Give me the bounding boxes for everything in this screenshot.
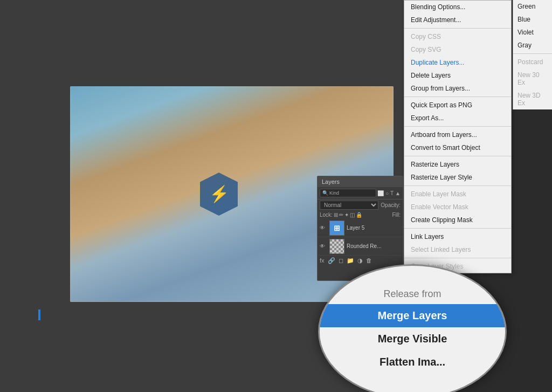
layers-icon-4: ▲ bbox=[395, 190, 401, 196]
filter-kind-label: Kind bbox=[329, 190, 339, 196]
blue-accent-bar bbox=[38, 310, 40, 320]
layers-blend-row: Normal Opacity: bbox=[318, 200, 403, 211]
layer-name-1: Layer 5 bbox=[347, 225, 364, 231]
right-panel-new3d-2[interactable]: New 3D Ex bbox=[513, 89, 552, 109]
layer-item-layer5[interactable]: 👁 ⊞ Layer 5 bbox=[318, 219, 403, 237]
right-panel-separator bbox=[513, 53, 552, 54]
blend-mode-select[interactable]: Normal bbox=[320, 201, 378, 210]
layer-item-rounded[interactable]: 👁 Rounded Re... bbox=[318, 237, 403, 256]
ctx-duplicate-layers[interactable]: Duplicate Layers... bbox=[404, 56, 511, 69]
layers-toolbar: 🔍 Kind ⬜ ○ T ▲ bbox=[318, 187, 403, 200]
context-menu: Blending Options... Edit Adjustment... C… bbox=[404, 0, 512, 273]
hex-logo: ⚡ bbox=[197, 170, 240, 218]
layers-panel-header: Layers bbox=[318, 176, 403, 187]
folder-icon: 📁 bbox=[347, 257, 354, 264]
ctx-copy-svg: Copy SVG bbox=[404, 43, 511, 56]
link-icon: 🔗 bbox=[328, 257, 335, 264]
right-panel-violet[interactable]: Violet bbox=[513, 26, 552, 39]
right-panel-new3d-1[interactable]: New 30 Ex bbox=[513, 68, 552, 89]
ctx-select-linked: Select Linked Layers bbox=[404, 243, 511, 256]
ctx-copy-css: Copy CSS bbox=[404, 30, 511, 43]
adjust-icon: ◑ bbox=[357, 257, 363, 264]
mask-icon: ◻ bbox=[339, 257, 343, 264]
ctx-separator-3 bbox=[404, 126, 511, 127]
layer-visibility-icon-2[interactable]: 👁 bbox=[320, 243, 327, 249]
ctx-create-clipping-mask[interactable]: Create Clipping Mask bbox=[404, 214, 511, 226]
ctx-artboard-from-layers[interactable]: Artboard from Layers... bbox=[404, 128, 511, 141]
right-panel-postcard[interactable]: Postcard bbox=[513, 56, 552, 68]
ctx-quick-export[interactable]: Quick Export as PNG bbox=[404, 99, 511, 112]
right-panel-blue[interactable]: Blue bbox=[513, 13, 552, 26]
magnified-circle: Release from Merge Layers Merge Visible … bbox=[318, 264, 507, 392]
ctx-enable-vector-mask: Enable Vector Mask bbox=[404, 201, 511, 214]
fx-icon: fx bbox=[320, 257, 325, 264]
mag-merge-visible[interactable]: Merge Visible bbox=[320, 327, 505, 350]
layers-icon-2: ○ bbox=[385, 190, 389, 196]
search-icon: 🔍 bbox=[322, 190, 328, 196]
layers-filter[interactable]: 🔍 Kind bbox=[320, 189, 376, 197]
lock-icon-1: ⊞ bbox=[334, 212, 338, 218]
lock-icons: ⊞ ✏ ✦ ◫ 🔒 bbox=[334, 212, 362, 218]
fill-label: Fill: bbox=[392, 212, 401, 218]
lock-icon-4: ◫ bbox=[350, 212, 355, 218]
layers-title: Layers bbox=[322, 178, 340, 185]
lock-icon-2: ✏ bbox=[339, 212, 343, 218]
mag-release-from: Release from bbox=[320, 282, 505, 304]
ctx-separator-1 bbox=[404, 28, 511, 29]
right-panel-gray[interactable]: Gray bbox=[513, 39, 552, 52]
right-panel-green[interactable]: Green bbox=[513, 0, 552, 13]
layers-bottom-toolbar: fx 🔗 ◻ 📁 ◑ 🗑 bbox=[318, 256, 403, 266]
ctx-separator-4 bbox=[404, 156, 511, 156]
ctx-separator-6 bbox=[404, 228, 511, 229]
layers-icons: ⬜ ○ T ▲ bbox=[377, 190, 401, 196]
ctx-separator-5 bbox=[404, 185, 511, 186]
layer-thumb-2 bbox=[329, 239, 344, 254]
ctx-edit-adjustment[interactable]: Edit Adjustment... bbox=[404, 13, 511, 26]
ctx-rasterize-layers[interactable]: Rasterize Layers bbox=[404, 158, 511, 171]
svg-text:⚡: ⚡ bbox=[209, 184, 230, 204]
ctx-enable-layer-mask: Enable Layer Mask bbox=[404, 188, 511, 201]
right-panel: Green Blue Violet Gray Postcard New 30 E… bbox=[513, 0, 552, 109]
layer-name-2: Rounded Re... bbox=[347, 243, 382, 249]
ctx-group-from-layers[interactable]: Group from Layers... bbox=[404, 82, 511, 95]
layers-icon-1: ⬜ bbox=[377, 190, 384, 196]
opacity-label: Opacity: bbox=[381, 202, 401, 208]
layers-lock-row: Lock: ⊞ ✏ ✦ ◫ 🔒 Fill: bbox=[318, 211, 403, 219]
ctx-blending-options[interactable]: Blending Options... bbox=[404, 1, 511, 13]
lock-icon-3: ✦ bbox=[344, 212, 349, 218]
ctx-link-layers[interactable]: Link Layers bbox=[404, 230, 511, 243]
layers-panel: Layers 🔍 Kind ⬜ ○ T ▲ Normal Opacity: Lo… bbox=[317, 176, 403, 281]
ctx-convert-smart[interactable]: Convert to Smart Object bbox=[404, 141, 511, 154]
lock-icon-5: 🔒 bbox=[356, 212, 362, 218]
trash-icon[interactable]: 🗑 bbox=[366, 257, 372, 264]
ctx-delete-layers[interactable]: Delete Layers bbox=[404, 69, 511, 82]
ctx-separator-2 bbox=[404, 97, 511, 97]
ctx-rasterize-style[interactable]: Rasterize Layer Style bbox=[404, 171, 511, 184]
layer-thumb-1: ⊞ bbox=[329, 221, 344, 236]
layers-icon-3: T bbox=[390, 190, 394, 196]
mag-merge-layers[interactable]: Merge Layers bbox=[320, 304, 505, 327]
mag-flatten-image[interactable]: Flatten Ima... bbox=[320, 350, 505, 374]
ctx-export-as[interactable]: Export As... bbox=[404, 112, 511, 125]
ctx-separator-7 bbox=[404, 258, 511, 258]
layer-visibility-icon-1[interactable]: 👁 bbox=[320, 225, 327, 231]
lock-label: Lock: bbox=[320, 212, 333, 218]
